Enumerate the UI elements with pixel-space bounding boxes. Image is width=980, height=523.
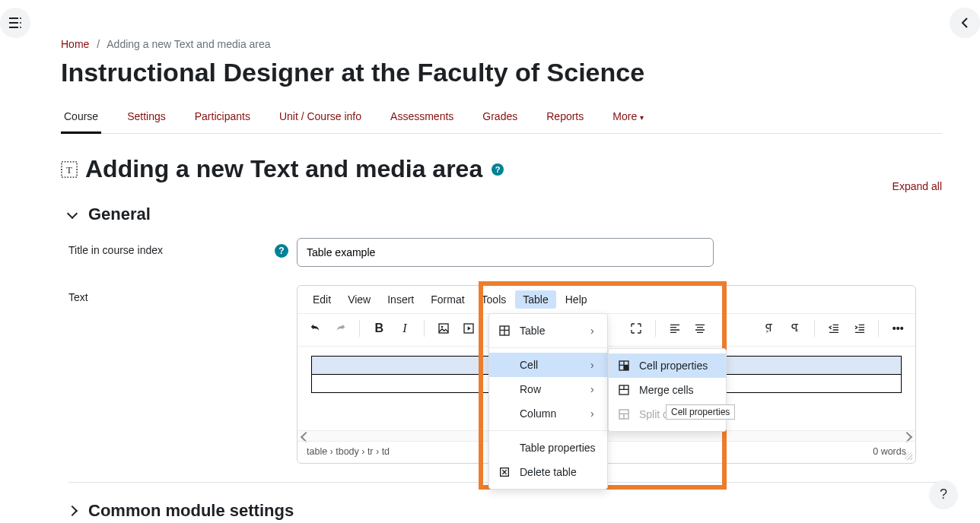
svg-point-0 bbox=[20, 17, 21, 19]
svg-point-6 bbox=[441, 326, 443, 328]
redo-icon bbox=[335, 322, 347, 334]
menu-delete-table[interactable]: Delete table bbox=[489, 460, 607, 484]
label-title-in-course-index: Title in course index bbox=[68, 244, 163, 256]
chevron-right-icon: › bbox=[590, 407, 598, 420]
menu-cell[interactable]: Cell › bbox=[489, 353, 607, 377]
tab-settings[interactable]: Settings bbox=[124, 104, 169, 133]
help-title-in-course-index[interactable]: ? bbox=[275, 244, 288, 258]
breadcrumb-current: Adding a new Text and media area bbox=[107, 38, 270, 50]
menu-cell-properties[interactable]: Cell properties bbox=[609, 353, 726, 378]
menubar-help[interactable]: Help bbox=[558, 290, 595, 309]
breadcrumb: Home / Adding a new Text and media area bbox=[61, 38, 942, 50]
fieldset-general-toggle[interactable]: General bbox=[68, 204, 942, 224]
fullscreen-button[interactable] bbox=[626, 319, 646, 338]
menu-table-properties-label: Table properties bbox=[520, 442, 598, 454]
menubar-edit[interactable]: Edit bbox=[305, 290, 339, 309]
course-tabs: Course Settings Participants Unit / Cour… bbox=[61, 104, 942, 134]
menubar-table[interactable]: Table bbox=[515, 290, 555, 309]
section-heading-text: Adding a new Text and media area bbox=[85, 155, 482, 183]
tab-more-label: More bbox=[612, 110, 637, 122]
chevron-down-icon: ▾ bbox=[640, 113, 644, 122]
tab-reports[interactable]: Reports bbox=[543, 104, 587, 133]
menu-merge-cells[interactable]: Merge cells bbox=[609, 378, 726, 402]
split-cell-icon bbox=[618, 408, 632, 420]
svg-rect-11 bbox=[624, 365, 628, 370]
more-toolbar-button[interactable]: ••• bbox=[888, 319, 908, 338]
menu-cell-properties-label: Cell properties bbox=[639, 360, 717, 372]
tab-grades[interactable]: Grades bbox=[479, 104, 520, 133]
indent-button[interactable] bbox=[850, 319, 870, 338]
tab-assessments[interactable]: Assessments bbox=[387, 104, 457, 133]
toolbar-separator bbox=[424, 320, 425, 337]
undo-icon bbox=[309, 322, 321, 334]
delete-icon bbox=[498, 466, 512, 478]
ltr-icon bbox=[763, 322, 775, 334]
toolbar-separator bbox=[655, 320, 656, 337]
menu-table[interactable]: Table › bbox=[489, 319, 607, 343]
label-text: Text bbox=[68, 291, 88, 303]
input-title-in-course-index[interactable] bbox=[297, 238, 714, 267]
fullscreen-icon bbox=[630, 322, 642, 334]
menu-column[interactable]: Column › bbox=[489, 401, 607, 426]
menubar-insert[interactable]: Insert bbox=[380, 290, 422, 309]
page-title: Instructional Designer at the Faculty of… bbox=[61, 58, 942, 87]
menubar-tools[interactable]: Tools bbox=[474, 290, 514, 309]
undo-button[interactable] bbox=[305, 319, 325, 338]
hamburger-icon bbox=[9, 17, 21, 28]
open-left-drawer[interactable] bbox=[0, 8, 30, 38]
rtl-button[interactable] bbox=[785, 319, 805, 338]
menu-delete-table-label: Delete table bbox=[520, 466, 598, 478]
editor-word-count[interactable]: 0 words bbox=[873, 446, 906, 457]
text-media-icon: T bbox=[61, 161, 78, 178]
image-button[interactable] bbox=[434, 319, 453, 338]
menu-divider bbox=[489, 347, 607, 348]
redo-button[interactable] bbox=[331, 319, 351, 338]
menu-table-label: Table bbox=[520, 325, 583, 337]
toolbar-separator bbox=[814, 320, 815, 337]
rich-text-editor: Edit View Insert Format Tools Table Help… bbox=[297, 285, 916, 464]
toolbar-separator bbox=[878, 320, 879, 337]
italic-button[interactable]: I bbox=[395, 319, 415, 338]
indent-icon bbox=[854, 322, 866, 334]
tab-more[interactable]: More▾ bbox=[609, 104, 647, 133]
align-center-icon bbox=[694, 322, 706, 334]
image-icon bbox=[438, 322, 450, 334]
ltr-button[interactable] bbox=[760, 319, 780, 338]
merge-cells-icon bbox=[618, 384, 632, 396]
bold-button[interactable]: B bbox=[369, 319, 389, 338]
outdent-icon bbox=[828, 322, 840, 334]
menu-divider bbox=[489, 430, 607, 431]
align-left-button[interactable] bbox=[665, 319, 685, 338]
rtl-icon bbox=[789, 322, 801, 334]
menubar-view[interactable]: View bbox=[340, 290, 378, 309]
align-center-button[interactable] bbox=[690, 319, 710, 338]
menubar-format[interactable]: Format bbox=[423, 290, 472, 309]
resize-handle-icon[interactable] bbox=[905, 452, 912, 460]
cell-properties-icon bbox=[618, 360, 632, 372]
editor-element-path[interactable]: table › tbody › tr › td bbox=[307, 446, 390, 457]
fieldset-general-title: General bbox=[88, 204, 151, 224]
chevron-down-icon bbox=[67, 208, 78, 218]
tab-unit-course-info[interactable]: Unit / Course info bbox=[276, 104, 364, 133]
menu-table-properties[interactable]: Table properties bbox=[489, 436, 607, 460]
chevron-right-icon: › bbox=[590, 325, 598, 337]
tab-course[interactable]: Course bbox=[61, 104, 101, 134]
toolbar-separator bbox=[359, 320, 360, 337]
chevron-right-icon bbox=[67, 506, 78, 516]
section-heading: Adding a new Text and media area ? bbox=[85, 155, 504, 183]
menu-merge-cells-label: Merge cells bbox=[639, 384, 717, 396]
media-icon bbox=[463, 322, 475, 334]
breadcrumb-home[interactable]: Home bbox=[61, 38, 89, 50]
svg-text:T: T bbox=[66, 164, 72, 175]
menu-row[interactable]: Row › bbox=[489, 377, 607, 401]
tab-participants[interactable]: Participants bbox=[192, 104, 253, 133]
fieldset-common-module-title: Common module settings bbox=[88, 501, 294, 521]
section-help-icon[interactable]: ? bbox=[492, 163, 504, 176]
floating-help-button[interactable]: ? bbox=[930, 480, 957, 508]
outdent-button[interactable] bbox=[824, 319, 844, 338]
menu-column-label: Column bbox=[520, 407, 583, 420]
svg-point-1 bbox=[20, 22, 21, 24]
media-button[interactable] bbox=[459, 319, 479, 338]
cell-properties-tooltip: Cell properties bbox=[666, 404, 735, 420]
open-right-drawer[interactable] bbox=[950, 8, 980, 38]
